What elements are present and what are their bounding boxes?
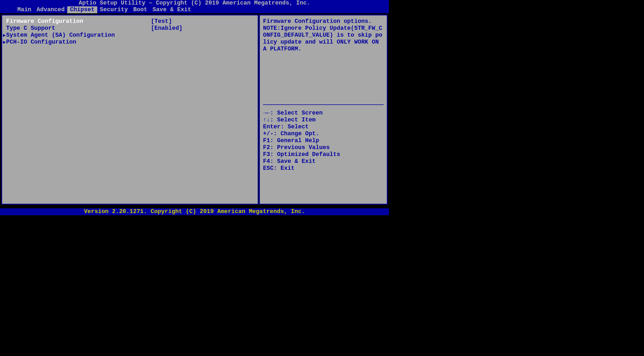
submenu-label: PCH-IO Configuration [6, 39, 76, 45]
key-esc: ESC: Exit [263, 165, 384, 172]
footer-version: Version 2.20.1271. Copyright (C) 2019 Am… [0, 208, 389, 215]
tab-chipset[interactable]: Chipset [67, 6, 97, 13]
key-help: →←: Select Screen ↑↓: Select Item Enter:… [263, 110, 384, 172]
divider [263, 104, 384, 105]
submenu-system-agent[interactable]: ▶ System Agent (SA) Configuration [6, 32, 254, 39]
key-change-opt: +/-: Change Opt. [263, 130, 384, 137]
key-select-screen: →←: Select Screen [263, 110, 384, 117]
submenu-label: System Agent (SA) Configuration [6, 32, 115, 39]
key-f1: F1: General Help [263, 137, 384, 144]
key-select-item: ↑↓: Select Item [263, 117, 384, 124]
header-title: Aptio Setup Utility – Copyright (C) 2019… [0, 0, 389, 6]
option-firmware-configuration[interactable]: Firmware Configuration [Test] [6, 18, 254, 25]
option-label: Type C Support [6, 25, 151, 32]
submenu-arrow-icon: ▶ [3, 39, 6, 46]
option-type-c-support[interactable]: Type C Support [Enabled] [6, 25, 254, 32]
key-f2: F2: Previous Values [263, 144, 384, 151]
key-enter: Enter: Select [263, 124, 384, 130]
key-f4: F4: Save & Exit [263, 158, 384, 165]
help-pane: Firmware Configuration options. NOTE:Ign… [259, 15, 388, 205]
tab-boot[interactable]: Boot [130, 6, 150, 13]
option-value: [Test] [151, 18, 254, 25]
tab-bar: Main Advanced Chipset Security Boot Save… [0, 6, 389, 13]
settings-pane: Firmware Configuration [Test] Type C Sup… [1, 15, 259, 205]
submenu-pch-io[interactable]: ▶ PCH-IO Configuration [6, 39, 254, 46]
key-f3: F3: Optimized Defaults [263, 151, 384, 158]
tab-save-exit[interactable]: Save & Exit [150, 6, 194, 13]
tab-security[interactable]: Security [97, 6, 131, 13]
main-area: Firmware Configuration [Test] Type C Sup… [0, 13, 389, 206]
submenu-arrow-icon: ▶ [3, 32, 6, 39]
tab-advanced[interactable]: Advanced [34, 6, 67, 13]
help-text: Firmware Configuration options. NOTE:Ign… [263, 18, 384, 53]
tab-main[interactable]: Main [15, 6, 34, 13]
option-value: [Enabled] [151, 25, 254, 32]
option-label: Firmware Configuration [6, 18, 151, 25]
